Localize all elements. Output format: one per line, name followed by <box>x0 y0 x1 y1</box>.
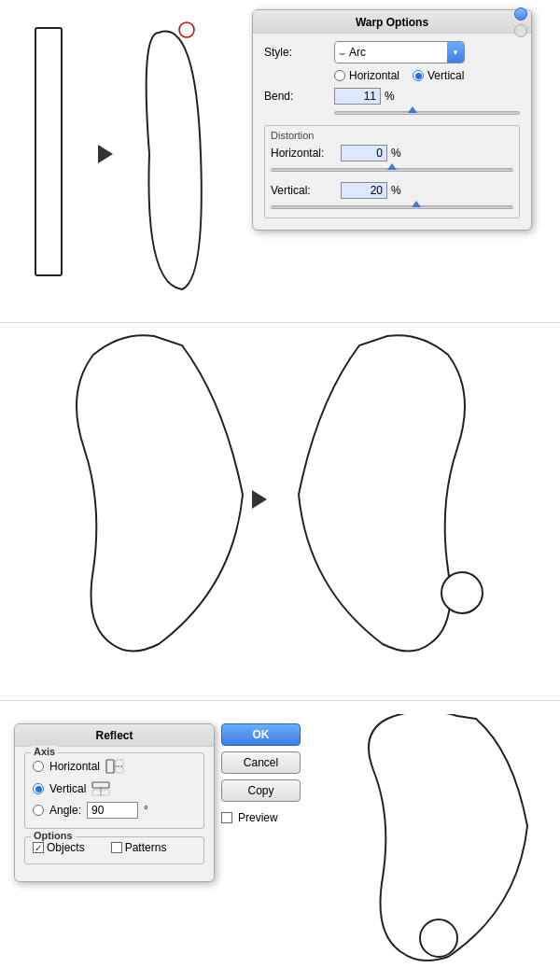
distortion-title: Distortion <box>271 130 513 141</box>
bend-input[interactable] <box>334 88 381 105</box>
top-section: Warp Options Style: ⌣ Arc ▼ <box>0 0 560 317</box>
horizontal-radio-label: Horizontal <box>349 69 399 82</box>
axis-group-title: Axis <box>31 746 58 757</box>
horizontal-radio-circle[interactable] <box>334 70 345 81</box>
h-axis-icon <box>105 757 124 776</box>
options-row: ✓ Objects Patterns <box>33 841 196 854</box>
svg-point-2 <box>441 572 483 613</box>
objects-label: Objects <box>47 841 85 854</box>
ok-button[interactable]: OK <box>221 723 301 746</box>
reflect-options-panel: Reflect Axis Horizontal <box>14 723 215 882</box>
svg-rect-3 <box>106 760 114 773</box>
bend-slider-thumb <box>408 106 417 113</box>
horizontal-axis-row: Horizontal <box>33 757 196 776</box>
blade-right-illustration <box>285 327 527 661</box>
straight-rect-illustration <box>9 9 84 311</box>
objects-option: ✓ Objects <box>33 841 85 854</box>
axis-group: Axis Horizontal <box>24 752 204 829</box>
v-distortion-pct: % <box>391 184 401 197</box>
warp-style-select[interactable]: ⌣ Arc ▼ <box>334 41 465 63</box>
v-distortion-row: Vertical: % <box>271 182 513 199</box>
h-distortion-slider[interactable] <box>271 163 513 176</box>
bend-label: Bend: <box>264 90 334 103</box>
blade-bottom-right-illustration <box>355 714 555 968</box>
warp-btn-1[interactable] <box>514 7 527 21</box>
preview-label: Preview <box>238 811 278 824</box>
warp-options-panel: Warp Options Style: ⌣ Arc ▼ <box>252 9 532 231</box>
svg-point-1 <box>179 22 194 37</box>
angle-unit: ° <box>144 804 148 817</box>
divider-2 <box>0 700 560 701</box>
reflect-panel-title: Reflect <box>15 724 214 747</box>
h-axis-radio[interactable] <box>33 761 44 772</box>
svg-rect-6 <box>92 782 109 788</box>
bend-pct: % <box>385 90 395 103</box>
patterns-option: Patterns <box>111 841 167 854</box>
bend-slider[interactable] <box>334 106 520 119</box>
h-distortion-input[interactable] <box>341 145 387 161</box>
copy-button[interactable]: Copy <box>221 779 301 802</box>
style-select-box[interactable]: ⌣ Arc ▼ <box>334 41 465 63</box>
angle-radio[interactable] <box>33 805 44 816</box>
bend-slider-track <box>334 111 520 115</box>
h-distortion-row: Horizontal: % <box>271 145 513 161</box>
reflect-buttons-group: OK Cancel Copy Preview <box>221 723 301 824</box>
angle-row: Angle: ° <box>33 802 196 819</box>
objects-checkbox[interactable]: ✓ <box>33 842 44 853</box>
svg-point-9 <box>420 919 457 957</box>
warp-style-row: Style: ⌣ Arc ▼ <box>264 41 520 63</box>
cancel-button[interactable]: Cancel <box>221 751 301 774</box>
warp-btn-2[interactable] <box>514 24 527 37</box>
angle-input[interactable] <box>87 802 138 819</box>
h-distortion-label: Horizontal: <box>271 147 341 160</box>
preview-checkbox[interactable] <box>221 812 232 823</box>
v-distortion-label: Vertical: <box>271 184 341 197</box>
horizontal-radio[interactable]: Horizontal <box>334 69 399 82</box>
vertical-radio-circle[interactable] <box>413 70 424 81</box>
v-axis-label: Vertical <box>49 782 86 795</box>
v-dist-track <box>271 205 513 209</box>
divider-1 <box>0 322 560 323</box>
warp-bend-row: Bend: % <box>264 88 520 105</box>
arc-icon: ⌣ <box>339 47 345 59</box>
vertical-axis-row: Vertical <box>33 779 196 798</box>
patterns-checkbox[interactable] <box>111 842 122 853</box>
style-select-arrow[interactable]: ▼ <box>447 42 464 63</box>
v-dist-thumb <box>412 201 421 207</box>
style-select-value: Arc <box>349 46 447 59</box>
warp-orientation-row: Horizontal Vertical <box>334 69 520 82</box>
blade-left-illustration <box>9 327 257 661</box>
vertical-radio[interactable]: Vertical <box>413 69 464 82</box>
reflect-panel-body: Axis Horizontal <box>15 747 214 864</box>
v-distortion-slider[interactable] <box>271 201 513 214</box>
svg-rect-0 <box>35 28 62 275</box>
warp-panel-body: Style: ⌣ Arc ▼ Horizontal <box>253 34 531 218</box>
warp-panel-title: Warp Options <box>253 10 531 34</box>
h-distortion-pct: % <box>391 147 401 160</box>
objects-check-mark: ✓ <box>35 843 42 853</box>
transform-arrow-top <box>98 145 113 163</box>
transform-arrow-mid <box>252 490 267 509</box>
middle-section <box>0 327 560 663</box>
h-axis-label: Horizontal <box>49 760 100 773</box>
bottom-section: Reflect Axis Horizontal <box>0 705 560 968</box>
h-dist-thumb <box>387 163 397 170</box>
v-axis-radio[interactable] <box>33 783 44 794</box>
v-distortion-input[interactable] <box>341 182 387 199</box>
warped-rect-illustration <box>131 9 224 311</box>
warp-style-label: Style: <box>264 46 334 59</box>
distortion-group: Distortion Horizontal: % Vertical: % <box>264 125 520 218</box>
options-group-title: Options <box>31 830 76 841</box>
arrow-icon: ▼ <box>452 49 459 57</box>
preview-row: Preview <box>221 811 301 824</box>
options-group: Options ✓ Objects Patterns <box>24 836 204 864</box>
angle-label: Angle: <box>49 804 81 817</box>
v-axis-icon <box>91 779 110 798</box>
warp-btn-group <box>514 7 527 37</box>
vertical-radio-label: Vertical <box>427 69 464 82</box>
patterns-label: Patterns <box>125 841 167 854</box>
